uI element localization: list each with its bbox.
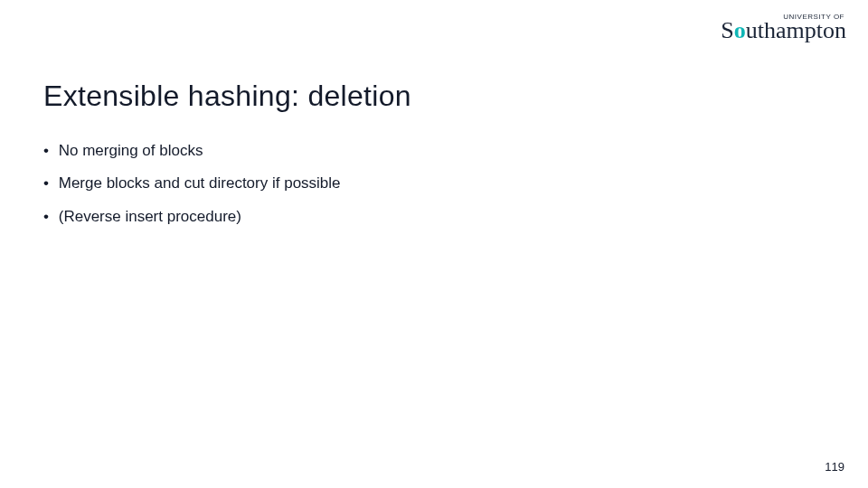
bullet-icon: •: [43, 172, 54, 195]
list-item-text: No merging of blocks: [59, 142, 203, 159]
slide: UNIVERSITY OF Southampton Extensible has…: [0, 0, 868, 488]
page-number: 119: [825, 460, 844, 474]
list-item: • (Reverse insert procedure): [43, 205, 341, 229]
logo-wordmark: Southampton: [721, 19, 846, 42]
slide-title: Extensible hashing: deletion: [43, 80, 411, 113]
bullet-list: • No merging of blocks • Merge blocks an…: [43, 136, 341, 238]
list-item: • Merge blocks and cut directory if poss…: [43, 172, 341, 195]
logo-pre: S: [721, 17, 733, 43]
logo-accent: o: [734, 17, 746, 43]
list-item-text: Merge blocks and cut directory if possib…: [59, 174, 341, 192]
list-item: • No merging of blocks: [43, 139, 341, 163]
logo-post: uthampton: [746, 17, 846, 43]
bullet-icon: •: [43, 205, 54, 229]
university-logo: UNIVERSITY OF Southampton: [721, 13, 846, 42]
bullet-icon: •: [43, 139, 54, 163]
list-item-text: (Reverse insert procedure): [59, 208, 241, 225]
